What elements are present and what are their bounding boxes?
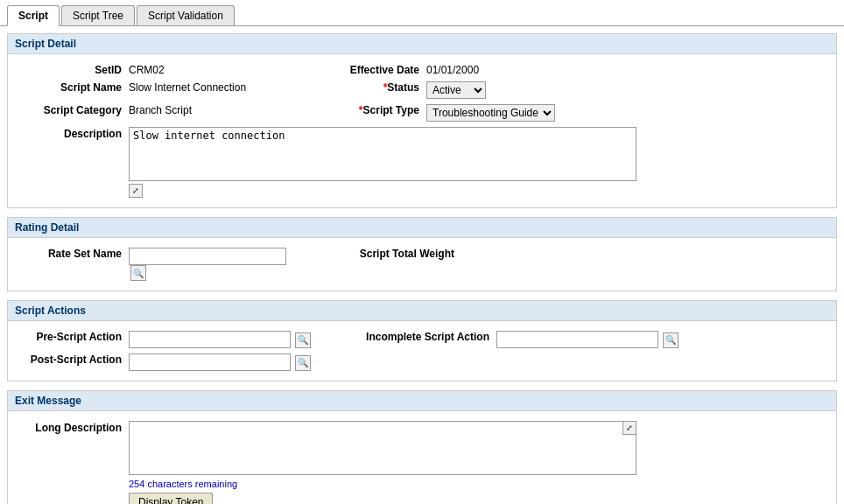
incomplete-script-action-input[interactable] [496, 331, 658, 348]
row-long-description: Long Description ⤢ 254 characters remain… [11, 418, 833, 504]
pre-script-action-label: Pre-Script Action [11, 328, 125, 351]
rate-set-name-input[interactable] [129, 248, 286, 265]
post-search-icon[interactable]: 🔍 [295, 355, 311, 371]
pre-script-action-input[interactable] [129, 331, 291, 348]
tab-bar: Script Script Tree Script Validation [0, 0, 844, 26]
incomplete-script-action-cell: 🔍 [493, 328, 833, 351]
tab-script-tree[interactable]: Script Tree [61, 5, 135, 25]
script-type-cell: Troubleshooting Guide Other [423, 102, 833, 124]
exit-message-body: Long Description ⤢ 254 characters remain… [8, 411, 836, 504]
row-pre-incomplete: Pre-Script Action 🔍 Incomplete Script Ac… [11, 328, 833, 351]
row-setid-effective: SetID CRM02 Effective Date 01/01/2000 [11, 61, 833, 79]
description-label: Description [11, 124, 125, 200]
rate-set-name-label: Rate Set Name [11, 245, 125, 284]
script-detail-section: Script Detail SetID CRM02 Effective Date… [7, 33, 837, 208]
tab-script-validation[interactable]: Script Validation [137, 5, 235, 25]
setid-label: SetID [11, 61, 125, 79]
script-detail-body: SetID CRM02 Effective Date 01/01/2000 Sc… [8, 54, 836, 207]
long-description-cell: ⤢ 254 characters remaining Display Token [125, 418, 833, 504]
script-category-value: Branch Script [125, 102, 300, 124]
script-type-label: *Script Type [300, 102, 423, 124]
post-script-action-cell: 🔍 [125, 351, 318, 374]
script-actions-table: Pre-Script Action 🔍 Incomplete Script Ac… [11, 328, 833, 374]
incomplete-search-icon[interactable]: 🔍 [663, 332, 679, 348]
row-post: Post-Script Action 🔍 [11, 351, 833, 374]
page-content: Script Detail SetID CRM02 Effective Date… [0, 26, 844, 504]
description-cell: Slow internet connection ⤢ [125, 124, 833, 200]
script-actions-section: Script Actions Pre-Script Action 🔍 Incom… [7, 300, 837, 382]
exit-message-section: Exit Message Long Description ⤢ 254 char… [7, 390, 837, 504]
status-select[interactable]: Active Inactive [426, 81, 486, 99]
pre-script-search-icon[interactable]: 🔍 [295, 332, 311, 348]
setid-value: CRM02 [125, 61, 300, 79]
rate-set-search-icon[interactable]: 🔍 [130, 265, 146, 281]
display-token-button[interactable]: Display Token [129, 493, 213, 504]
script-name-label: Script Name [11, 79, 125, 102]
description-expand-icon[interactable]: ⤢ [129, 184, 143, 198]
rate-set-name-cell: 🔍 [125, 245, 300, 284]
script-actions-body: Pre-Script Action 🔍 Incomplete Script Ac… [8, 321, 836, 381]
long-description-label: Long Description [11, 418, 125, 504]
status-label: *Status [300, 79, 423, 102]
description-textarea[interactable]: Slow internet connection [129, 127, 637, 181]
exit-message-expand-icon[interactable]: ⤢ [622, 421, 637, 435]
status-cell: Active Inactive [423, 79, 833, 102]
effective-date-label: Effective Date [300, 61, 423, 79]
chars-remaining-text: 254 characters remaining [129, 479, 237, 489]
post-script-action-input[interactable] [129, 354, 291, 371]
tab-script[interactable]: Script [7, 5, 60, 26]
exit-message-header: Exit Message [8, 391, 836, 411]
script-category-label: Script Category [11, 102, 125, 124]
row-rateset: Rate Set Name 🔍 Script Total Weight [11, 245, 833, 284]
row-scriptname-status: Script Name Slow Internet Connection *St… [11, 79, 833, 102]
rating-detail-table: Rate Set Name 🔍 Script Total Weight [11, 245, 833, 284]
row-description: Description Slow internet connection ⤢ [11, 124, 833, 200]
script-detail-header: Script Detail [8, 34, 836, 54]
script-detail-table: SetID CRM02 Effective Date 01/01/2000 Sc… [11, 61, 833, 200]
script-total-weight-value [458, 245, 833, 284]
incomplete-script-action-label: Incomplete Script Action [318, 328, 493, 351]
script-actions-header: Script Actions [8, 301, 836, 321]
rating-detail-body: Rate Set Name 🔍 Script Total Weight [8, 238, 836, 290]
pre-script-action-cell: 🔍 [125, 328, 318, 351]
rating-detail-header: Rating Detail [8, 218, 836, 238]
effective-date-value: 01/01/2000 [423, 61, 833, 79]
post-script-action-label: Post-Script Action [11, 351, 125, 374]
script-name-value: Slow Internet Connection [125, 79, 300, 102]
row-scriptcat-scripttype: Script Category Branch Script *Script Ty… [11, 102, 833, 124]
exit-message-table: Long Description ⤢ 254 characters remain… [11, 418, 833, 504]
script-type-select[interactable]: Troubleshooting Guide Other [426, 104, 555, 122]
rating-detail-section: Rating Detail Rate Set Name 🔍 Script Tot… [7, 217, 837, 291]
long-description-textarea[interactable] [129, 421, 637, 475]
script-total-weight-label: Script Total Weight [300, 245, 458, 284]
